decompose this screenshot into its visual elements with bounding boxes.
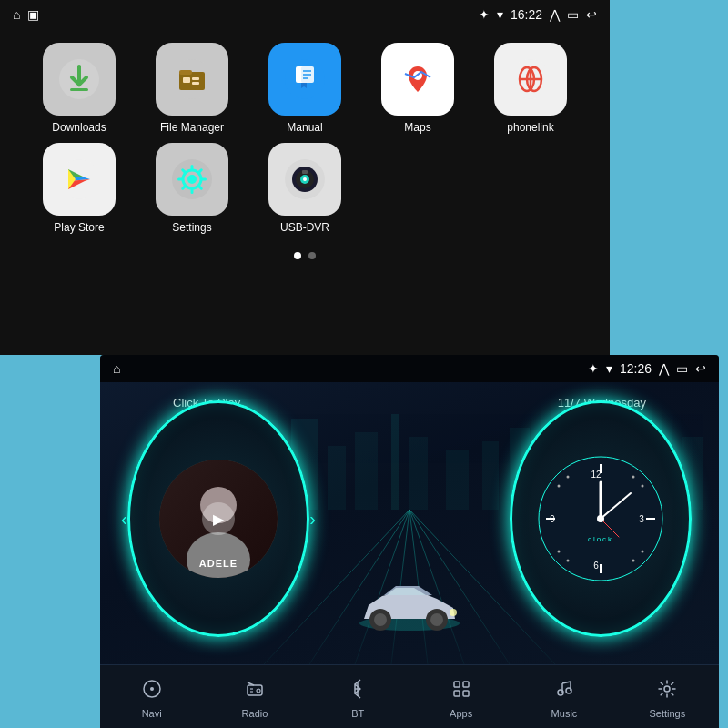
next-button[interactable]: › bbox=[309, 509, 316, 530]
nav-item-navi[interactable]: Navi bbox=[100, 679, 203, 719]
svg-point-104 bbox=[150, 687, 154, 691]
bt-icon bbox=[348, 679, 368, 704]
play-button[interactable]: ▶ bbox=[202, 502, 235, 535]
status-left-icons: ⌂ ▣ bbox=[13, 7, 39, 22]
bluetooth-icon: ✦ bbox=[479, 7, 490, 22]
downloads-svg bbox=[57, 57, 101, 101]
navi-svg bbox=[142, 679, 162, 699]
svg-text:12: 12 bbox=[591, 470, 602, 480]
clock-svg: 12 3 6 9 clock bbox=[532, 450, 669, 587]
apps-svg bbox=[451, 679, 471, 699]
signal-icon: ▾ bbox=[497, 7, 503, 22]
nav-label-settings: Settings bbox=[649, 708, 685, 719]
maps-svg bbox=[396, 57, 440, 101]
filemanager-svg bbox=[170, 57, 214, 101]
playstore-svg bbox=[57, 157, 101, 201]
sd-icon: ▣ bbox=[27, 7, 39, 22]
bottom-bluetooth-icon: ✦ bbox=[588, 361, 599, 376]
music-svg bbox=[554, 679, 574, 699]
app-item-manual[interactable]: Manual bbox=[253, 43, 357, 134]
bottom-back-icon: ↩ bbox=[695, 361, 706, 376]
app-label-usbdvr: USB-DVR bbox=[280, 221, 329, 234]
settings-nav-svg bbox=[657, 679, 677, 699]
svg-text:3: 3 bbox=[639, 514, 644, 524]
nav-item-radio[interactable]: Radio bbox=[203, 679, 306, 719]
top-status-bar: ⌂ ▣ ✦ ▾ 16:22 ⋀ ▭ ↩ bbox=[0, 0, 610, 29]
svg-point-107 bbox=[257, 689, 260, 693]
svg-point-101 bbox=[597, 515, 604, 522]
svg-point-86 bbox=[632, 476, 635, 479]
analog-clock: 12 3 6 9 clock bbox=[532, 450, 669, 587]
status-right-icons: ✦ ▾ 16:22 ⋀ ▭ ↩ bbox=[479, 7, 597, 22]
bottom-time-display: 12:26 bbox=[620, 361, 652, 376]
navi-icon bbox=[142, 679, 162, 704]
svg-point-93 bbox=[642, 551, 644, 553]
nav-item-apps[interactable]: Apps bbox=[410, 679, 512, 719]
dot-2 bbox=[308, 252, 316, 259]
nav-item-bt[interactable]: BT bbox=[307, 679, 410, 719]
svg-text:6: 6 bbox=[593, 561, 599, 571]
settings-svg bbox=[170, 157, 214, 201]
artist-name: ADELE bbox=[199, 558, 238, 569]
app-icon-settings bbox=[156, 143, 228, 216]
app-item-downloads[interactable]: Downloads bbox=[27, 43, 131, 134]
app-label-phonelink: phonelink bbox=[507, 121, 553, 134]
time-display: 16:22 bbox=[511, 7, 542, 22]
phonelink-svg bbox=[509, 57, 552, 101]
bottom-screen: ⌂ ✦ ▾ 12:26 ⋀ ▭ ↩ bbox=[100, 355, 719, 728]
apps-icon bbox=[451, 679, 471, 704]
bottom-nav: Navi Radio bbox=[100, 664, 719, 728]
bottom-home-icon: ⌂ bbox=[113, 361, 120, 376]
bottom-cast-icon: ▭ bbox=[676, 361, 688, 376]
app-icon-playstore bbox=[43, 143, 116, 216]
svg-point-36 bbox=[303, 177, 307, 181]
prev-button[interactable]: ‹ bbox=[121, 509, 127, 530]
svg-point-74 bbox=[187, 532, 250, 578]
app-label-manual: Manual bbox=[287, 121, 322, 134]
svg-point-89 bbox=[558, 485, 561, 488]
svg-rect-7 bbox=[192, 82, 199, 85]
album-art: ADELE ▶ bbox=[159, 460, 278, 578]
app-item-settings[interactable]: Settings bbox=[140, 143, 244, 234]
app-icon-usbdvr bbox=[268, 143, 341, 216]
app-item-maps[interactable]: Maps bbox=[366, 43, 470, 134]
svg-rect-113 bbox=[454, 691, 460, 696]
app-item-playstore[interactable]: Play Store bbox=[27, 143, 131, 234]
app-label-filemanager: File Manager bbox=[160, 121, 224, 134]
svg-line-116 bbox=[562, 682, 571, 683]
top-screen: ⌂ ▣ ✦ ▾ 16:22 ⋀ ▭ ↩ Downloads bbox=[0, 0, 610, 355]
app-item-phonelink[interactable]: phonelink bbox=[479, 43, 582, 134]
svg-point-88 bbox=[567, 476, 570, 479]
app-item-usbdvr[interactable]: USB-DVR bbox=[253, 143, 357, 234]
page-dots bbox=[0, 252, 610, 259]
svg-rect-1 bbox=[70, 88, 88, 91]
car-container bbox=[346, 573, 473, 646]
svg-rect-26 bbox=[177, 178, 183, 181]
svg-point-79 bbox=[430, 613, 443, 626]
svg-rect-114 bbox=[463, 691, 469, 696]
svg-rect-5 bbox=[183, 77, 190, 83]
radio-svg bbox=[245, 679, 265, 699]
back-icon: ↩ bbox=[586, 7, 597, 22]
svg-rect-6 bbox=[192, 77, 199, 80]
nav-item-music[interactable]: Music bbox=[512, 679, 615, 719]
nav-label-apps: Apps bbox=[450, 708, 472, 719]
app-icon-filemanager bbox=[156, 43, 228, 116]
svg-text:9: 9 bbox=[550, 514, 555, 524]
app-label-playstore: Play Store bbox=[54, 221, 104, 234]
svg-point-80 bbox=[450, 609, 457, 616]
bt-svg bbox=[348, 679, 368, 699]
nav-item-settings[interactable]: Settings bbox=[616, 679, 719, 719]
svg-rect-4 bbox=[179, 70, 192, 75]
app-grid: Downloads File Manager bbox=[0, 34, 610, 243]
clock-panel: 12 3 6 9 clock bbox=[510, 400, 692, 637]
app-icon-maps bbox=[381, 43, 454, 116]
dot-1 bbox=[294, 252, 301, 259]
bottom-status-right: ✦ ▾ 12:26 ⋀ ▭ ↩ bbox=[588, 361, 706, 376]
settings-nav-icon bbox=[657, 679, 677, 704]
music-panel: ‹ ADELE ▶ › bbox=[127, 400, 309, 637]
cast-icon: ▭ bbox=[567, 7, 579, 22]
svg-rect-37 bbox=[302, 170, 308, 174]
app-label-downloads: Downloads bbox=[52, 121, 106, 134]
app-item-filemanager[interactable]: File Manager bbox=[140, 43, 244, 134]
